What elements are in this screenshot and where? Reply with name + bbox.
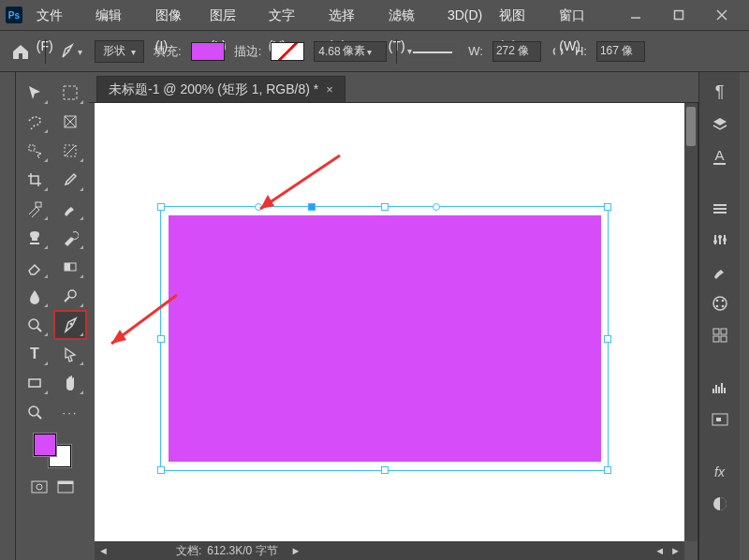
chevron-down-icon	[131, 45, 136, 58]
document-tab-title: 未标题-1 @ 200% (矩形 1, RGB/8) *	[109, 81, 318, 98]
svg-point-40	[715, 305, 718, 308]
menu-window[interactable]: 窗口(W)	[551, 0, 614, 31]
right-gutter	[740, 72, 749, 560]
width-input[interactable]	[492, 41, 541, 62]
type-tool[interactable]: T	[20, 341, 50, 367]
shape-bounding-box[interactable]	[160, 206, 609, 471]
menu-view[interactable]: 视图(V)	[491, 0, 551, 31]
svg-point-20	[29, 406, 38, 416]
menu-3d[interactable]: 3D(D)	[439, 0, 491, 31]
svg-rect-41	[713, 329, 719, 334]
svg-marker-29	[111, 330, 126, 344]
color-picker[interactable]	[34, 434, 71, 467]
layers-panel-icon[interactable]	[707, 113, 733, 134]
svg-rect-46	[715, 385, 717, 393]
crop-tool[interactable]	[20, 167, 50, 193]
close-icon[interactable]: ×	[326, 82, 333, 96]
fg-color-swatch[interactable]	[34, 434, 56, 456]
channels-panel-icon[interactable]	[707, 494, 733, 514]
stamp-tool[interactable]	[20, 225, 50, 251]
link-icon[interactable]	[551, 44, 565, 59]
svg-point-36	[713, 297, 727, 310]
chevron-down-icon	[367, 45, 372, 58]
menu-file[interactable]: 文件(F)	[28, 0, 87, 31]
edit-toolbar[interactable]: ···	[55, 399, 85, 425]
frame-tool[interactable]	[55, 109, 85, 135]
app-logo: Ps	[6, 7, 22, 23]
swatches-panel-icon[interactable]	[707, 198, 733, 218]
height-input[interactable]	[596, 41, 645, 62]
menu-type[interactable]: 文字(Y)	[260, 0, 320, 31]
status-bar: ◄ 文档: 612.3K/0 字节 ► ◄ ►	[95, 541, 684, 560]
scrollbar-thumb[interactable]	[686, 107, 696, 146]
left-gutter	[0, 72, 16, 560]
menu-filter[interactable]: 滤镜(T)	[380, 0, 439, 31]
path-select-tool[interactable]	[55, 341, 85, 367]
magic-wand-tool[interactable]	[55, 138, 85, 164]
vertical-scrollbar[interactable]	[684, 103, 698, 541]
paragraph-panel-icon[interactable]: ¶	[707, 81, 733, 102]
history-brush-tool[interactable]	[55, 225, 85, 251]
svg-rect-49	[724, 388, 726, 393]
min-button[interactable]	[614, 1, 657, 29]
home-icon	[11, 43, 30, 60]
pen-tool[interactable]	[55, 312, 85, 338]
stroke-swatch[interactable]	[271, 42, 304, 61]
zoom-tool[interactable]	[20, 399, 50, 425]
svg-point-14	[68, 290, 76, 298]
styles-panel-icon[interactable]: fx	[707, 462, 733, 482]
blur-tool[interactable]	[20, 283, 50, 309]
color-panel-icon[interactable]	[707, 293, 733, 314]
shape-mode-select[interactable]: 形状	[95, 40, 144, 63]
svg-point-39	[721, 305, 724, 308]
brush-panel-icon[interactable]	[707, 261, 733, 282]
scroll-left-icon[interactable]: ◄	[654, 545, 665, 556]
healing-tool[interactable]	[20, 196, 50, 222]
canvas[interactable]	[95, 103, 684, 541]
rectangle-tool[interactable]	[20, 370, 50, 396]
dodge-tool[interactable]	[55, 283, 85, 309]
eyedropper-tool[interactable]	[55, 167, 85, 193]
screenmode-button[interactable]	[54, 478, 77, 496]
stroke-style-select[interactable]	[406, 42, 459, 61]
w-label: W:	[468, 44, 483, 58]
chevron-down-icon	[78, 44, 82, 58]
quick-select-tool[interactable]	[20, 138, 50, 164]
svg-rect-11	[36, 202, 41, 207]
document-tab[interactable]: 未标题-1 @ 200% (矩形 1, RGB/8) * ×	[96, 76, 345, 102]
tool-preset-button[interactable]	[55, 37, 85, 66]
menu-edit[interactable]: 编辑(E)	[87, 0, 147, 31]
anchor-point[interactable]	[433, 203, 440, 211]
menu-layer[interactable]: 图层(L)	[201, 0, 259, 31]
marquee-tool[interactable]	[55, 80, 85, 106]
scroll-right-icon[interactable]: ►	[670, 545, 681, 556]
move-tool[interactable]	[20, 80, 50, 106]
lasso-tool[interactable]	[20, 109, 50, 135]
menu-select[interactable]: 选择(S)	[320, 0, 380, 31]
canvas-area[interactable]: ◄ 文档: 612.3K/0 字节 ► ◄ ►	[89, 103, 698, 560]
gradient-tool[interactable]	[55, 254, 85, 280]
libraries-panel-icon[interactable]	[707, 325, 733, 346]
eraser-tool[interactable]	[20, 254, 50, 280]
svg-line-17	[37, 328, 41, 332]
character-panel-icon[interactable]: A	[707, 145, 733, 166]
zoom-search-tool[interactable]	[20, 312, 50, 338]
restore-button[interactable]	[657, 1, 700, 29]
navigator-panel-icon[interactable]	[707, 409, 733, 430]
quickmask-button[interactable]	[28, 478, 51, 496]
menu-image[interactable]: 图像(I)	[147, 0, 202, 31]
svg-point-23	[37, 484, 42, 490]
adjustments-panel-icon[interactable]	[707, 229, 733, 250]
home-button[interactable]	[6, 37, 36, 66]
brush-tool[interactable]	[55, 196, 85, 222]
close-button[interactable]	[700, 1, 743, 29]
prev-icon[interactable]: ◄	[98, 545, 109, 556]
stroke-width-input[interactable]: 4.68 像素	[314, 41, 387, 62]
fill-swatch[interactable]	[191, 42, 225, 61]
svg-point-34	[718, 235, 722, 239]
pen-icon	[59, 42, 78, 61]
hand-tool[interactable]	[55, 370, 85, 396]
next-icon[interactable]: ►	[291, 545, 301, 556]
histogram-panel-icon[interactable]	[707, 377, 733, 398]
status-doc-label: 文档:	[176, 543, 201, 559]
